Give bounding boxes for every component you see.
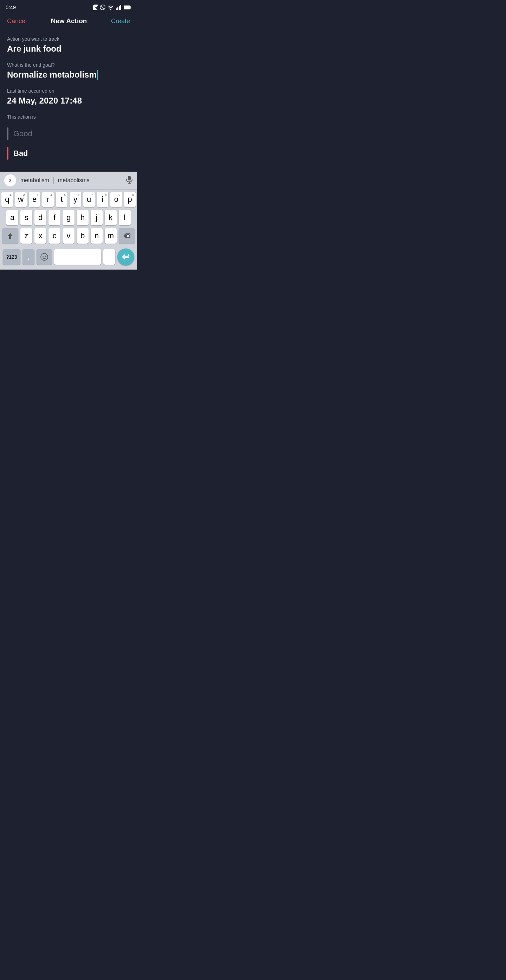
keyboard-row-1: 1q 2w 3e 4r 5t 6y 7u 8i 9o 0p bbox=[0, 192, 137, 207]
symbols-key[interactable]: ?123 bbox=[3, 249, 21, 265]
battery-icon bbox=[124, 5, 131, 10]
key-b[interactable]: b bbox=[77, 228, 89, 243]
backspace-icon bbox=[123, 233, 131, 239]
key-u[interactable]: 7u bbox=[83, 192, 95, 207]
action-type-section: This action is Good Bad bbox=[7, 114, 130, 163]
keyboard-row-3: z x c v b n m bbox=[0, 228, 137, 243]
autocomplete-suggestion-1[interactable]: metabolism bbox=[21, 177, 49, 184]
key-o[interactable]: 9o bbox=[110, 192, 122, 207]
backspace-key[interactable] bbox=[119, 228, 135, 243]
blocked-icon bbox=[100, 5, 105, 10]
key-l[interactable]: l bbox=[119, 210, 131, 225]
key-v[interactable]: v bbox=[62, 228, 75, 243]
action-type-label: This action is bbox=[7, 114, 130, 120]
last-time-label: Last time occurred on bbox=[7, 88, 130, 94]
svg-point-8 bbox=[110, 9, 112, 10]
enter-icon bbox=[122, 254, 130, 260]
shift-key[interactable] bbox=[2, 228, 18, 243]
key-q[interactable]: 1q bbox=[2, 192, 13, 207]
status-bar: 5:49 bbox=[0, 0, 137, 13]
key-j[interactable]: j bbox=[91, 210, 102, 225]
space-key[interactable] bbox=[54, 249, 101, 265]
key-r[interactable]: 4r bbox=[42, 192, 54, 207]
key-m[interactable]: m bbox=[105, 228, 117, 243]
key-c[interactable]: c bbox=[48, 228, 61, 243]
cancel-button[interactable]: Cancel bbox=[7, 18, 27, 25]
keyboard: 1q 2w 3e 4r 5t 6y 7u 8i 9o 0p a s d f g … bbox=[0, 189, 137, 270]
action-track-value: Are junk food bbox=[7, 44, 130, 54]
keyboard-bottom-row: ?123 , . bbox=[0, 247, 137, 270]
key-f[interactable]: f bbox=[48, 210, 61, 225]
svg-rect-4 bbox=[96, 7, 96, 8]
chevron-right-icon bbox=[8, 178, 12, 183]
sim-card-icon bbox=[93, 5, 98, 10]
svg-rect-10 bbox=[117, 7, 118, 10]
svg-rect-5 bbox=[94, 8, 96, 9]
period-key[interactable]: . bbox=[103, 249, 115, 265]
autocomplete-bar: metabolism metabolisms bbox=[0, 172, 137, 189]
shift-icon bbox=[7, 232, 14, 239]
key-a[interactable]: a bbox=[6, 210, 18, 225]
svg-rect-12 bbox=[120, 5, 121, 10]
autocomplete-separator bbox=[53, 177, 54, 184]
autocomplete-expand-button[interactable] bbox=[4, 175, 16, 186]
svg-point-22 bbox=[41, 253, 48, 261]
end-goal-value[interactable]: Normalize metabolism bbox=[7, 70, 130, 80]
key-x[interactable]: x bbox=[34, 228, 46, 243]
key-k[interactable]: k bbox=[105, 210, 117, 225]
key-y[interactable]: 6y bbox=[70, 192, 81, 207]
bad-indicator bbox=[7, 147, 8, 160]
good-option[interactable]: Good bbox=[7, 124, 130, 143]
create-button[interactable]: Create bbox=[111, 18, 130, 25]
autocomplete-suggestion-2[interactable]: metabolisms bbox=[58, 177, 89, 184]
bad-option-label: Bad bbox=[13, 149, 28, 158]
mic-button[interactable] bbox=[126, 175, 133, 185]
svg-rect-11 bbox=[119, 6, 120, 10]
key-i[interactable]: 8i bbox=[97, 192, 109, 207]
svg-point-24 bbox=[45, 256, 46, 257]
key-n[interactable]: n bbox=[91, 228, 102, 243]
svg-rect-15 bbox=[131, 7, 131, 8]
svg-rect-3 bbox=[94, 7, 95, 8]
key-w[interactable]: 2w bbox=[15, 192, 27, 207]
last-time-section: Last time occurred on 24 May, 2020 17:48 bbox=[7, 88, 130, 106]
svg-marker-1 bbox=[93, 5, 98, 6]
end-goal-section: What is the end goal? Normalize metaboli… bbox=[7, 62, 130, 80]
keyboard-row-2: a s d f g h j k l bbox=[0, 210, 137, 225]
end-goal-label: What is the end goal? bbox=[7, 62, 130, 68]
autocomplete-suggestions[interactable]: metabolism metabolisms bbox=[21, 177, 126, 184]
microphone-icon bbox=[126, 175, 133, 184]
key-z[interactable]: z bbox=[21, 228, 32, 243]
comma-key[interactable]: , bbox=[22, 249, 34, 265]
key-h[interactable]: h bbox=[77, 210, 89, 225]
text-cursor bbox=[97, 70, 98, 80]
svg-point-23 bbox=[43, 256, 43, 257]
emoji-icon bbox=[40, 253, 48, 261]
page-title: New Action bbox=[51, 17, 87, 25]
main-content: Action you want to track Are junk food W… bbox=[0, 30, 137, 172]
action-track-section: Action you want to track Are junk food bbox=[7, 36, 130, 54]
svg-rect-16 bbox=[128, 176, 131, 180]
good-indicator bbox=[7, 127, 8, 140]
signal-icon bbox=[116, 5, 121, 10]
svg-rect-14 bbox=[124, 6, 130, 9]
svg-line-7 bbox=[101, 6, 104, 9]
action-track-label: Action you want to track bbox=[7, 36, 130, 42]
svg-rect-9 bbox=[116, 8, 117, 10]
key-s[interactable]: s bbox=[21, 210, 32, 225]
last-time-value[interactable]: 24 May, 2020 17:48 bbox=[7, 96, 130, 106]
key-g[interactable]: g bbox=[62, 210, 75, 225]
bad-option[interactable]: Bad bbox=[7, 143, 130, 163]
svg-marker-19 bbox=[7, 233, 13, 239]
status-time: 5:49 bbox=[6, 4, 16, 10]
key-p[interactable]: 0p bbox=[124, 192, 136, 207]
enter-key[interactable] bbox=[117, 248, 134, 266]
nav-bar: Cancel New Action Create bbox=[0, 13, 137, 30]
wifi-icon bbox=[107, 5, 114, 10]
key-d[interactable]: d bbox=[34, 210, 46, 225]
key-t[interactable]: 5t bbox=[56, 192, 67, 207]
status-icons bbox=[93, 5, 131, 10]
emoji-key[interactable] bbox=[37, 249, 52, 265]
good-option-label: Good bbox=[13, 129, 32, 138]
key-e[interactable]: 3e bbox=[29, 192, 40, 207]
